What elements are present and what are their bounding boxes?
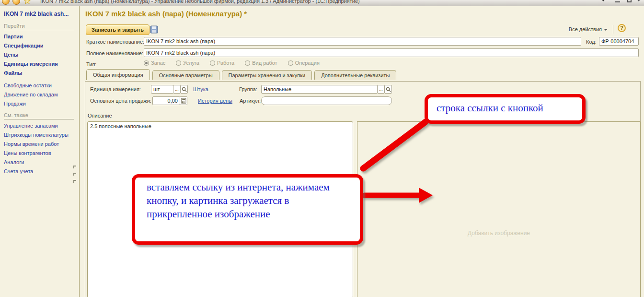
unit-search-icon[interactable] [180,85,188,94]
sidebar-item-warehouse-movement[interactable]: Движение по складам [4,92,75,97]
radio-label: Операция [295,60,320,66]
calculator-icon[interactable] [180,96,187,105]
radio-label: Запас [151,60,165,66]
short-name-label: Краткое наименование: [86,39,144,45]
radio-zapas: Запас [144,60,165,66]
tab-bar: Общая информация Основные параметры Пара… [86,70,396,80]
sidebar-section-go: Перейти [4,23,74,30]
sidebar-item-accounts[interactable]: Счета учета [4,168,75,174]
radio-icon [144,60,149,66]
tab-additional-attributes[interactable]: Дополнительные реквизиты [314,70,396,80]
window-menu-caret-icon[interactable] [601,0,607,3]
base-price-input[interactable] [152,96,180,105]
group-choose-button[interactable]: ... [377,85,385,94]
all-actions-button[interactable]: Все действия [569,26,608,32]
sidebar-item-parties[interactable]: Партии [4,34,75,39]
nav-back-icon[interactable] [2,0,10,5]
tab-storage-purchase[interactable]: Параметры хранения и закупки [222,70,312,80]
sidebar-item-sales[interactable]: Продажи [4,101,75,107]
sidebar-item-analogs[interactable]: Аналоги [4,159,75,165]
all-actions-label: Все действия [569,26,602,32]
sidebar: IKON 7 mk2 black ash... Перейти Партии С… [0,6,80,297]
description-label: Описание [88,113,112,119]
group-label: Группа: [239,86,257,92]
sidebar-item-free-stock[interactable]: Свободные остатки [4,83,75,88]
base-price-label: Основная цена продажи: [90,98,151,104]
sidebar-item-units[interactable]: Единицы измерения [4,61,75,67]
full-name-input[interactable] [144,48,639,57]
splitter-handle[interactable] [73,180,76,183]
description-textarea[interactable]: 2.5 полосные напольные [87,121,353,297]
full-name-label: Полное наименование: [86,50,143,56]
code-input[interactable] [599,37,639,46]
radio-vid-rabot: Вид работ [245,60,277,66]
radio-usluga: Услуга [176,60,199,66]
help-button[interactable]: ? [618,24,626,32]
sidebar-section-see-also: См. также [4,112,74,119]
radio-icon [288,60,293,66]
sidebar-item-barcodes[interactable]: Штрихкоды номенклатуры [4,132,75,138]
attached-image-area[interactable]: Добавить изображение [357,121,641,297]
page-title: IKON 7 mk2 black ash (пара) (Номенклатур… [85,10,247,18]
radio-label: Услуга [183,60,199,66]
type-label: Тип: [86,61,96,67]
window-maximize-icon[interactable] [627,0,632,3]
group-input[interactable] [261,85,378,94]
unit-label: Единица измерения: [90,86,141,92]
main-panel: IKON 7 mk2 black ash (пара) (Номенклатур… [80,6,644,297]
toolbar-separator [613,25,613,34]
radio-rabota: Работа [210,60,234,66]
radio-label: Работа [217,60,234,66]
favorites-star-icon[interactable] [24,0,31,4]
splitter-handle[interactable] [73,166,76,168]
type-radio-group: Запас Услуга Работа Вид работ Операция [144,60,320,66]
save-and-close-button[interactable]: Записать и закрыть [86,24,150,35]
tab-general-info[interactable]: Общая информация [86,69,150,80]
code-label: Код: [586,39,597,45]
window-titlebar: IKON 7 mk2 black ash (пара) (Номенклатур… [0,0,644,6]
radio-icon [245,60,250,66]
unit-input[interactable] [151,85,173,94]
tab-main-parameters[interactable]: Основные параметры [152,70,219,80]
group-search-icon[interactable] [384,85,392,94]
save-icon[interactable] [150,25,158,34]
window-title: IKON 7 mk2 black ash (пара) (Номенклатур… [40,0,567,4]
unit-name-link[interactable]: Штука [193,86,208,92]
chevron-down-icon [604,29,608,31]
article-input[interactable] [261,96,392,105]
sidebar-object-title: IKON 7 mk2 black ash... [4,11,75,17]
radio-icon [210,60,215,66]
short-name-input[interactable] [144,37,581,46]
sidebar-item-work-time-norms[interactable]: Нормы времени работ [4,141,75,147]
radio-icon [176,60,181,66]
sidebar-item-counterparty-prices[interactable]: Цены контрагентов [4,150,75,156]
splitter-handle[interactable] [73,173,76,176]
unit-choose-button[interactable]: ... [173,85,181,94]
radio-label: Вид работ [252,60,277,66]
article-label: Артикул: [240,98,261,104]
sidebar-item-specifications[interactable]: Спецификации [4,43,75,48]
sidebar-item-files[interactable]: Файлы [4,70,75,76]
add-image-placeholder: Добавить изображение [357,230,640,237]
window-close-icon[interactable] [636,0,642,3]
sidebar-item-inventory-management[interactable]: Управление запасами [4,123,75,129]
radio-operaciya: Операция [288,60,320,66]
price-history-link[interactable]: История цены [198,98,232,104]
window-minimize-icon[interactable] [615,0,621,3]
nav-forward-icon[interactable] [12,0,20,5]
sidebar-item-prices[interactable]: Цены [4,52,75,58]
